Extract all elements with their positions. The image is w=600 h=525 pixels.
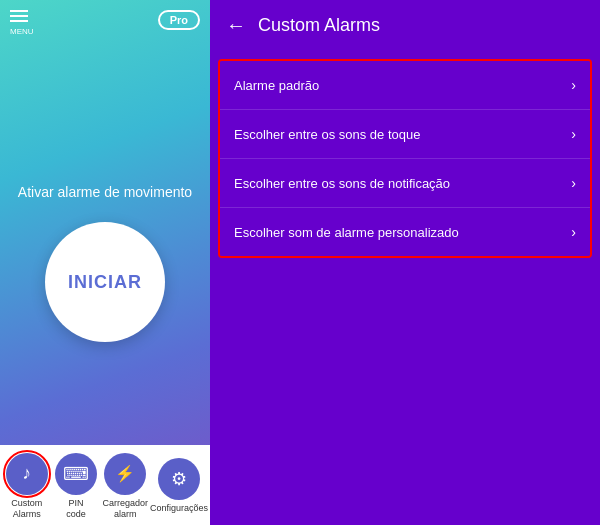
music-icon: ♪	[22, 463, 31, 484]
menu-label: MENU	[10, 27, 34, 36]
menu-item-sons-notificacao[interactable]: Escolher entre os sons de notificação ›	[220, 159, 590, 208]
right-header: ← Custom Alarms	[210, 0, 600, 51]
charger-alarm-icon-wrap: ⚡	[104, 453, 146, 495]
charger-icon: ⚡	[115, 464, 135, 483]
menu-item-sons-toque[interactable]: Escolher entre os sons de toque ›	[220, 110, 590, 159]
iniciar-label: INICIAR	[68, 272, 142, 293]
sons-notificacao-text: Escolher entre os sons de notificação	[234, 176, 450, 191]
iniciar-button[interactable]: INICIAR	[45, 222, 165, 342]
som-personalizado-text: Escolher som de alarme personalizado	[234, 225, 459, 240]
alarme-padrao-text: Alarme padrão	[234, 78, 319, 93]
pin-code-label: PINcode	[66, 498, 86, 520]
menu-item-alarme-padrao[interactable]: Alarme padrão ›	[220, 61, 590, 110]
bottom-nav: ♪ CustomAlarms ⌨ PINcode ⚡ Carregadorala…	[0, 445, 210, 525]
menu-button[interactable]: MENU	[10, 10, 34, 36]
nav-pin-code[interactable]: ⌨ PINcode	[51, 453, 100, 520]
pro-badge[interactable]: Pro	[158, 10, 200, 30]
sons-toque-text: Escolher entre os sons de toque	[234, 127, 420, 142]
settings-icon-wrap: ⚙	[158, 458, 200, 500]
nav-custom-alarms[interactable]: ♪ CustomAlarms	[2, 453, 51, 520]
nav-settings[interactable]: ⚙ Configurações	[150, 458, 208, 514]
back-arrow-icon[interactable]: ←	[226, 14, 246, 37]
chevron-icon-3: ›	[571, 224, 576, 240]
settings-label: Configurações	[150, 503, 208, 514]
left-panel: MENU Pro Ativar alarme de movimento INIC…	[0, 0, 210, 525]
gear-icon: ⚙	[171, 468, 187, 490]
alarm-menu-list: Alarme padrão › Escolher entre os sons d…	[218, 59, 592, 258]
pin-code-icon-wrap: ⌨	[55, 453, 97, 495]
right-panel: ← Custom Alarms Alarme padrão › Escolher…	[210, 0, 600, 525]
chevron-icon-0: ›	[571, 77, 576, 93]
custom-alarms-label: CustomAlarms	[11, 498, 42, 520]
chevron-icon-1: ›	[571, 126, 576, 142]
motion-text: Ativar alarme de movimento	[18, 183, 192, 203]
menu-item-som-personalizado[interactable]: Escolher som de alarme personalizado ›	[220, 208, 590, 256]
right-panel-title: Custom Alarms	[258, 15, 380, 36]
charger-alarm-label: Carregadoralarm	[103, 498, 149, 520]
chevron-icon-2: ›	[571, 175, 576, 191]
nav-charger-alarm[interactable]: ⚡ Carregadoralarm	[101, 453, 150, 520]
custom-alarms-icon-wrap: ♪	[6, 453, 48, 495]
keyboard-icon: ⌨	[63, 463, 89, 485]
